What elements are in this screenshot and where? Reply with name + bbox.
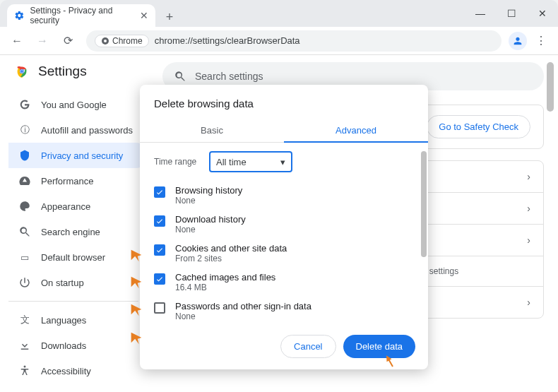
menu-button[interactable]: ⋮ <box>530 30 552 52</box>
sidebar-item-label: You and Google <box>41 100 107 110</box>
autofill-icon: ⓘ <box>18 124 31 136</box>
dialog-body: Time range All time ▾ Browsing historyNo… <box>140 143 428 326</box>
chevron-right-icon: › <box>527 297 530 308</box>
reload-button[interactable]: ⟳ <box>57 30 79 52</box>
sidebar-item-label: Autofill and passwords <box>41 125 133 136</box>
accessibility-icon <box>18 364 31 377</box>
time-range-row: Time range All time ▾ <box>154 151 414 172</box>
sidebar-item-label: Default browser <box>41 252 105 263</box>
sidebar-item-label: Accessibility <box>41 366 91 376</box>
checkbox-row[interactable]: Browsing historyNone <box>154 181 414 210</box>
sidebar-item-label: Downloads <box>41 340 86 351</box>
chevron-right-icon: › <box>527 234 530 246</box>
checkbox-subtitle: None <box>175 225 246 234</box>
window-maximize-button[interactable]: ☐ <box>496 0 527 27</box>
sidebar-item-downloads[interactable]: Downloads <box>8 333 148 358</box>
chevron-right-icon: › <box>527 203 530 214</box>
settings-brand: Settings <box>8 64 148 79</box>
sidebar-item-label: Search engine <box>41 227 100 237</box>
annotation-arrow <box>129 274 144 288</box>
checkbox-row[interactable]: Passwords and other sign-in dataNone <box>154 297 414 326</box>
sidebar-item-default-browser[interactable]: ▭Default browser <box>8 244 148 270</box>
checkbox-subtitle: 16.4 MB <box>175 283 275 292</box>
checkbox-title: Cached images and files <box>175 272 275 283</box>
svg-point-5 <box>20 70 23 73</box>
sidebar-item-system[interactable]: ✱System <box>8 384 148 392</box>
sidebar-item-on-startup[interactable]: On startup <box>8 270 148 295</box>
speed-icon <box>18 174 31 187</box>
annotation-arrow <box>129 302 144 316</box>
dialog-title: Delete browsing data <box>140 85 428 119</box>
cancel-button[interactable]: Cancel <box>280 335 336 358</box>
time-range-value: All time <box>216 157 247 167</box>
url-text: chrome://settings/clearBrowserData <box>155 35 300 46</box>
sidebar-item-label: Privacy and security <box>41 150 123 161</box>
checkbox-title: Cookies and other site data <box>175 243 287 254</box>
window-close-button[interactable]: ✕ <box>527 0 558 27</box>
new-tab-button[interactable]: + <box>160 7 179 27</box>
chip-label: Chrome <box>112 36 143 46</box>
settings-sidebar: Settings You and Google ⓘAutofill and pa… <box>0 55 148 392</box>
sidebar-item-privacy[interactable]: Privacy and security <box>8 143 148 168</box>
browser-icon: ▭ <box>18 251 31 263</box>
browser-toolbar: ← → ⟳ Chrome chrome://settings/clearBrow… <box>0 27 558 55</box>
checkbox[interactable] <box>154 302 165 314</box>
checkbox-row[interactable]: Cached images and files16.4 MB <box>154 268 414 297</box>
svg-point-6 <box>24 366 26 368</box>
shield-icon <box>18 149 31 162</box>
dialog-tabs: Basic Advanced <box>140 119 428 143</box>
checkbox-subtitle: None <box>175 311 311 321</box>
browser-tab[interactable]: Settings - Privacy and security ✕ <box>7 4 155 27</box>
tab-advanced[interactable]: Advanced <box>284 119 428 143</box>
checkbox[interactable] <box>154 215 165 227</box>
scrollbar-thumb[interactable] <box>547 62 554 112</box>
sidebar-item-label: Performance <box>41 176 93 186</box>
checkbox-row[interactable]: Cookies and other site dataFrom 2 sites <box>154 239 414 268</box>
main-scrollbar[interactable] <box>547 62 554 385</box>
checkbox[interactable] <box>154 273 165 285</box>
checkbox[interactable] <box>154 244 165 256</box>
go-to-safety-check-button[interactable]: Go to Safety Check <box>427 115 530 138</box>
address-bar[interactable]: Chrome chrome://settings/clearBrowserDat… <box>86 30 501 52</box>
sidebar-item-label: Appearance <box>41 201 90 212</box>
checkbox-subtitle: From 2 sites <box>175 254 287 263</box>
sidebar-item-search-engine[interactable]: Search engine <box>8 219 148 244</box>
window-minimize-button[interactable]: — <box>465 0 496 27</box>
site-chip[interactable]: Chrome <box>95 35 149 47</box>
sidebar-item-performance[interactable]: Performance <box>8 168 148 194</box>
time-range-select[interactable]: All time ▾ <box>209 151 292 172</box>
chevron-down-icon: ▾ <box>280 157 285 167</box>
language-icon: 文 <box>18 314 31 326</box>
svg-point-1 <box>104 40 107 42</box>
sidebar-item-label: Languages <box>41 315 86 326</box>
forward-button[interactable]: → <box>31 30 54 52</box>
annotation-arrow <box>129 247 144 261</box>
tab-close-icon[interactable]: ✕ <box>140 10 148 21</box>
annotation-arrow <box>381 353 397 367</box>
checkbox-title: Passwords and other sign-in data <box>175 301 311 311</box>
profile-avatar[interactable] <box>509 32 527 50</box>
window-titlebar: Settings - Privacy and security ✕ + — ☐ … <box>0 0 558 27</box>
back-button[interactable]: ← <box>6 30 28 52</box>
chrome-icon <box>101 37 109 45</box>
sidebar-item-accessibility[interactable]: Accessibility <box>8 358 148 384</box>
sidebar-item-you-and-google[interactable]: You and Google <box>8 92 148 117</box>
chrome-logo-icon <box>14 64 30 79</box>
tab-basic[interactable]: Basic <box>140 119 284 143</box>
sidebar-item-appearance[interactable]: Appearance <box>8 194 148 219</box>
checkbox[interactable] <box>154 186 165 198</box>
annotation-arrow <box>129 330 144 344</box>
search-placeholder: Search settings <box>195 71 263 82</box>
sidebar-item-label: On startup <box>41 278 84 288</box>
google-icon <box>18 98 31 111</box>
sidebar-item-autofill[interactable]: ⓘAutofill and passwords <box>8 117 148 143</box>
checkbox-row[interactable]: Download historyNone <box>154 210 414 239</box>
search-icon <box>18 225 31 238</box>
dialog-scrollbar[interactable] <box>421 151 427 257</box>
checkbox-row[interactable]: Autofill form data <box>154 326 414 326</box>
sidebar-item-languages[interactable]: 文Languages <box>8 307 148 333</box>
search-icon <box>174 70 186 83</box>
delete-data-button[interactable]: Delete data <box>343 335 416 358</box>
settings-favicon <box>14 10 25 21</box>
delete-browsing-data-dialog: Delete browsing data Basic Advanced Time… <box>140 85 428 369</box>
